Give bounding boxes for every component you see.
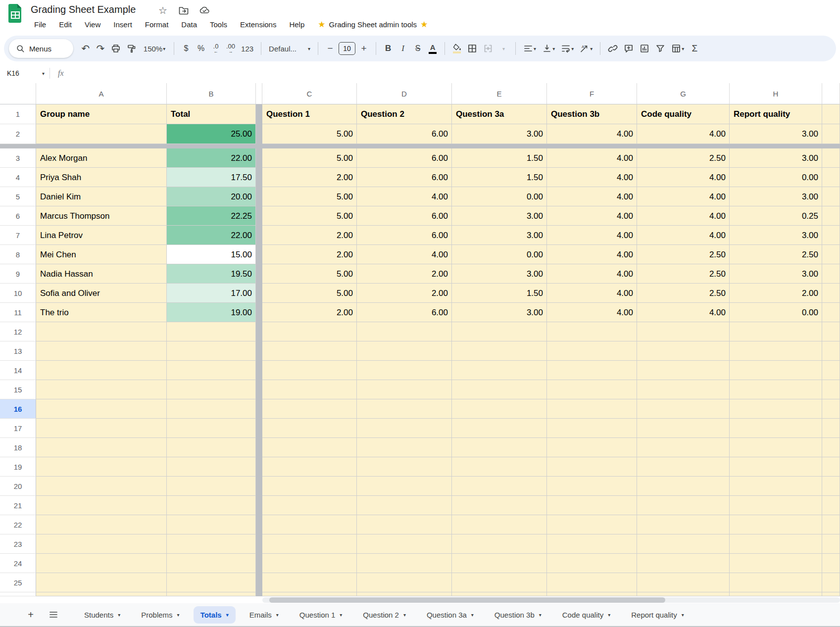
vertical-align-button[interactable]: ▾	[540, 40, 557, 57]
cell-H21[interactable]	[730, 496, 822, 515]
cell-F14[interactable]	[547, 361, 637, 380]
cell-E22[interactable]	[452, 515, 547, 534]
cell-G15[interactable]	[637, 380, 730, 399]
text-rotation-button[interactable]: A ▾	[578, 40, 594, 57]
cell-D2[interactable]: 6.00	[357, 124, 452, 144]
cell-B11[interactable]: 19.00	[167, 303, 256, 322]
cell-D3[interactable]: 6.00	[357, 148, 452, 168]
cell-D23[interactable]	[357, 534, 452, 554]
chevron-down-icon[interactable]: ▾	[177, 612, 180, 618]
cloud-saved-icon[interactable]	[199, 5, 210, 16]
row-header-9[interactable]: 9	[0, 264, 36, 284]
cell-C15[interactable]	[262, 380, 357, 399]
cell-A13[interactable]	[36, 341, 167, 361]
frozen-column-divider[interactable]	[256, 104, 262, 124]
cell-clipped[interactable]	[822, 419, 840, 438]
sheets-logo-icon[interactable]	[8, 3, 23, 25]
cell-D8[interactable]: 4.00	[357, 245, 452, 264]
cell-H2[interactable]: 3.00	[730, 124, 822, 144]
cell-F12[interactable]	[547, 322, 637, 341]
cell-A9[interactable]: Nadia Hassan	[36, 264, 167, 284]
cell-clipped[interactable]	[822, 380, 840, 399]
sheet-tab-emails[interactable]: Emails▾	[243, 606, 286, 624]
cell-E3[interactable]: 1.50	[452, 148, 547, 168]
cell-F15[interactable]	[547, 380, 637, 399]
frozen-column-divider[interactable]	[256, 303, 262, 322]
cell-C7[interactable]: 2.00	[262, 226, 357, 245]
cell-F11[interactable]: 4.00	[547, 303, 637, 322]
frozen-column-divider[interactable]	[256, 83, 262, 104]
cell-clipped[interactable]	[822, 148, 840, 168]
cell-clipped[interactable]	[822, 361, 840, 380]
column-header-E[interactable]: E	[452, 83, 547, 104]
cell-F18[interactable]	[547, 438, 637, 457]
row-header-10[interactable]: 10	[0, 284, 36, 303]
cell-clipped[interactable]	[822, 399, 840, 419]
chevron-down-icon[interactable]: ▾	[682, 612, 684, 618]
italic-button[interactable]: I	[396, 40, 409, 57]
cell-H5[interactable]: 3.00	[730, 187, 822, 206]
strikethrough-button[interactable]: S	[411, 40, 424, 57]
cell-F4[interactable]: 4.00	[547, 168, 637, 187]
row-header-22[interactable]: 22	[0, 515, 36, 534]
frozen-column-divider[interactable]	[256, 419, 262, 438]
cell-F13[interactable]	[547, 341, 637, 361]
cell-C25[interactable]	[262, 573, 357, 592]
cell-D18[interactable]	[357, 438, 452, 457]
cell-D20[interactable]	[357, 477, 452, 496]
cell-C9[interactable]: 5.00	[262, 264, 357, 284]
cell-B21[interactable]	[167, 496, 256, 515]
cell-clipped[interactable]	[822, 245, 840, 264]
cell-A22[interactable]	[36, 515, 167, 534]
cell-H17[interactable]	[730, 419, 822, 438]
row-header-24[interactable]: 24	[0, 554, 36, 573]
cell-C20[interactable]	[262, 477, 357, 496]
row-header-3[interactable]: 3	[0, 148, 36, 168]
cell-H25[interactable]	[730, 573, 822, 592]
cell-clipped[interactable]	[822, 554, 840, 573]
cell-clipped[interactable]	[822, 187, 840, 206]
row-header-23[interactable]: 23	[0, 534, 36, 554]
percent-format-button[interactable]: %	[195, 40, 207, 57]
menu-insert[interactable]: Insert	[109, 19, 137, 30]
cell-E5[interactable]: 0.00	[452, 187, 547, 206]
row-header-7[interactable]: 7	[0, 226, 36, 245]
cell-C12[interactable]	[262, 322, 357, 341]
name-box[interactable]: K16 ▾	[0, 69, 49, 77]
cell-E11[interactable]: 3.00	[452, 303, 547, 322]
frozen-column-divider[interactable]	[256, 515, 262, 534]
cell-F5[interactable]: 4.00	[547, 187, 637, 206]
cell-D6[interactable]: 6.00	[357, 206, 452, 226]
cell-E18[interactable]	[452, 438, 547, 457]
cell-D4[interactable]: 6.00	[357, 168, 452, 187]
cell-H4[interactable]: 0.00	[730, 168, 822, 187]
cell-E7[interactable]: 3.00	[452, 226, 547, 245]
cell-B5[interactable]: 20.00	[167, 187, 256, 206]
cell-D7[interactable]: 6.00	[357, 226, 452, 245]
sheet-tab-question-3b[interactable]: Question 3b▾	[488, 606, 548, 624]
column-header-C[interactable]: C	[262, 83, 357, 104]
cell-clipped[interactable]	[822, 303, 840, 322]
row-header-2[interactable]: 2	[0, 124, 36, 144]
cell-G22[interactable]	[637, 515, 730, 534]
cell-C18[interactable]	[262, 438, 357, 457]
cell-H23[interactable]	[730, 534, 822, 554]
cell-B8[interactable]: 15.00	[167, 245, 256, 264]
cell-H3[interactable]: 3.00	[730, 148, 822, 168]
cell-clipped[interactable]	[822, 264, 840, 284]
cell-clipped[interactable]	[822, 515, 840, 534]
cell-B-clipped[interactable]	[167, 592, 256, 596]
cell-G7[interactable]: 4.00	[637, 226, 730, 245]
cell-F-clipped[interactable]	[547, 592, 637, 596]
menus-search-button[interactable]: Menus	[9, 39, 73, 58]
menu-data[interactable]: Data	[177, 19, 201, 30]
cell-F25[interactable]	[547, 573, 637, 592]
cell-D19[interactable]	[357, 457, 452, 477]
zoom-select[interactable]: 150% ▾	[141, 40, 168, 57]
chevron-down-icon[interactable]: ▾	[403, 612, 406, 618]
frozen-column-divider[interactable]	[256, 168, 262, 187]
cell-E4[interactable]: 1.50	[452, 168, 547, 187]
cell-F9[interactable]: 4.00	[547, 264, 637, 284]
frozen-column-divider[interactable]	[256, 592, 262, 596]
cell-F19[interactable]	[547, 457, 637, 477]
